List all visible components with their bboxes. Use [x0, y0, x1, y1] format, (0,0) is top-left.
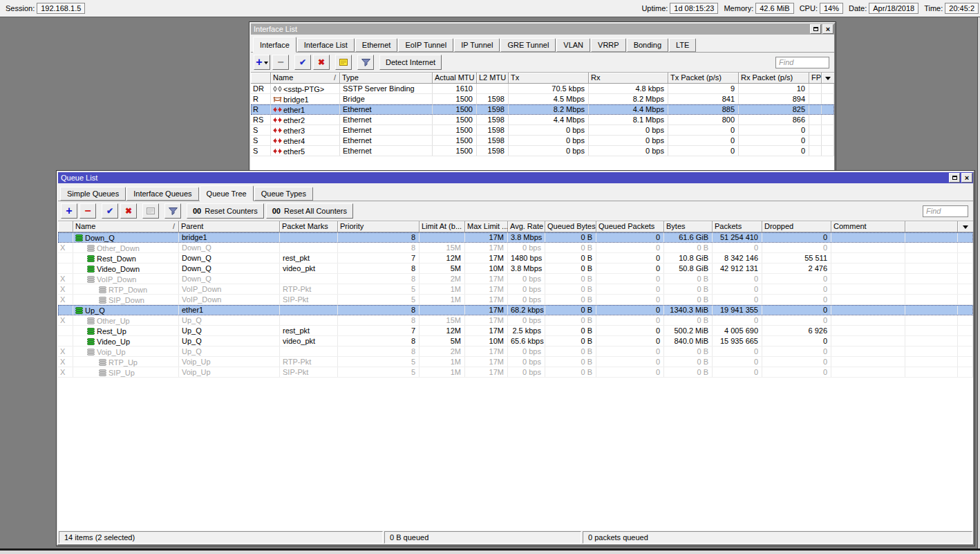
- queue-row[interactable]: X VoIP_Down Down_Q 8 2M 17M 0 bps 0 B 0 …: [58, 274, 973, 284]
- close-button[interactable]: ×: [961, 173, 972, 183]
- reset-all-counters-button[interactable]: 00Reset All Counters: [266, 203, 353, 219]
- interface-row[interactable]: RS ether2 Ethernet 1500 1598 4.4 Mbps 8.…: [251, 115, 834, 125]
- tab[interactable]: Bonding: [627, 38, 668, 52]
- tab[interactable]: EoIP Tunnel: [398, 38, 453, 52]
- tab[interactable]: Interface: [253, 37, 296, 53]
- maximize-button[interactable]: [810, 24, 821, 34]
- column-parent[interactable]: Parent: [179, 221, 280, 232]
- interface-row[interactable]: R bridge1 Bridge 1500 1598 4.5 Mbps 8.2 …: [251, 94, 834, 104]
- spacer-cell: [958, 232, 973, 242]
- queued-bytes: 0 B: [545, 336, 596, 346]
- remove-button[interactable]: −: [79, 203, 96, 219]
- reset-counters-button[interactable]: 00Reset Counters: [187, 203, 264, 219]
- tab[interactable]: VLAN: [556, 38, 590, 52]
- filter-button[interactable]: [164, 203, 181, 219]
- queue-row[interactable]: X Other_Up Up_Q 8 15M 17M 0 bps 0 B 0 0 …: [58, 315, 973, 326]
- filter-button[interactable]: [357, 55, 374, 70]
- column-flags[interactable]: [58, 221, 73, 232]
- interface-list-titlebar[interactable]: Interface List ×: [251, 24, 834, 35]
- interface-type: Ethernet: [340, 104, 433, 114]
- column-tx[interactable]: Tx: [509, 73, 589, 84]
- maximize-button[interactable]: [949, 173, 960, 183]
- interface-row[interactable]: DR <sstp-PTG> SSTP Server Binding 1610 7…: [251, 84, 834, 94]
- fp-cell: [809, 84, 822, 93]
- queued-packets: 0: [596, 284, 664, 294]
- column-rx[interactable]: Rx: [589, 73, 668, 84]
- interface-row[interactable]: S ether4 Ethernet 1500 1598 0 bps 0 bps …: [251, 136, 834, 146]
- queue-row[interactable]: X Other_Down Down_Q 8 15M 17M 0 bps 0 B …: [58, 243, 973, 253]
- close-button[interactable]: ×: [822, 24, 833, 34]
- column-packets[interactable]: Packets: [713, 221, 762, 232]
- column-avg-rate[interactable]: Avg. Rate: [508, 221, 545, 232]
- spacer-cell: [822, 104, 834, 114]
- tab[interactable]: LTE: [669, 38, 696, 52]
- column-dropped[interactable]: Dropped: [762, 221, 831, 232]
- enable-button[interactable]: ✔: [102, 203, 118, 219]
- queue-row[interactable]: X RTP_Down VoIP_Down RTP-Pkt 5 1M 17M 0 …: [58, 284, 973, 295]
- column-limit-at[interactable]: Limit At (b...: [420, 221, 465, 232]
- tab[interactable]: Simple Queues: [60, 187, 126, 201]
- column-queued-packets[interactable]: Queued Packets: [596, 221, 664, 232]
- ethernet-icon: [273, 107, 282, 113]
- column-fp[interactable]: FP: [809, 73, 822, 84]
- tab[interactable]: Interface List: [297, 38, 355, 52]
- tab[interactable]: Queue Types: [254, 187, 313, 201]
- queued-packets: 0: [596, 357, 664, 367]
- avg-rate: 3.8 Mbps: [508, 264, 545, 273]
- column-max-limit[interactable]: Max Limit ...: [465, 221, 508, 232]
- queue-row[interactable]: Video_Down Down_Q video_pkt 8 5M 10M 3.8…: [58, 264, 973, 274]
- interface-row[interactable]: S ether5 Ethernet 1500 1598 0 bps 0 bps …: [251, 146, 834, 156]
- tab[interactable]: GRE Tunnel: [500, 38, 556, 52]
- tab[interactable]: Queue Tree: [200, 185, 254, 201]
- add-button[interactable]: +: [61, 203, 77, 219]
- queue-row[interactable]: X SIP_Down VoIP_Down SIP-Pkt 5 1M 17M 0 …: [58, 295, 973, 305]
- column-bytes[interactable]: Bytes: [664, 221, 713, 232]
- queue-row[interactable]: Rest_Down Down_Q rest_pkt 7 12M 17M 1480…: [58, 253, 973, 264]
- column-options-button[interactable]: [822, 73, 834, 84]
- max-limit: 17M: [465, 357, 508, 367]
- parent: VoIP_Down: [179, 284, 280, 294]
- queue-row[interactable]: Video_Up Up_Q video_pkt 8 5M 10M 65.6 kb…: [58, 336, 973, 347]
- column-priority[interactable]: Priority: [338, 221, 420, 232]
- column-name[interactable]: Name/: [271, 73, 340, 84]
- queue-list-titlebar[interactable]: Queue List ×: [58, 172, 973, 183]
- interface-row[interactable]: S ether3 Ethernet 1500 1598 0 bps 0 bps …: [251, 125, 834, 136]
- queue-row[interactable]: Rest_Up Up_Q rest_pkt 7 12M 17M 2.5 kbps…: [58, 326, 973, 336]
- tab[interactable]: Ethernet: [355, 38, 398, 52]
- chevron-down-icon: [825, 77, 831, 83]
- queue-row[interactable]: Up_Q ether1 8 17M 68.2 kbps 0 B 0 1340.3…: [58, 305, 973, 315]
- find-input[interactable]: [923, 205, 968, 217]
- comment-button[interactable]: [335, 55, 352, 70]
- column-comment[interactable]: Comment: [831, 221, 905, 232]
- comment-button[interactable]: [142, 203, 159, 219]
- add-button[interactable]: +: [254, 55, 270, 70]
- row-flags: X: [58, 284, 73, 294]
- column-queued-bytes[interactable]: Queued Bytes: [545, 221, 596, 232]
- detect-internet-button[interactable]: Detect Internet: [379, 55, 442, 70]
- enable-button[interactable]: ✔: [294, 55, 311, 70]
- queue-row[interactable]: X Voip_Up Up_Q 8 2M 17M 0 bps 0 B 0 0 B …: [58, 347, 973, 357]
- disable-button[interactable]: ✖: [313, 55, 330, 70]
- tab[interactable]: IP Tunnel: [454, 38, 500, 52]
- tab[interactable]: VRRP: [591, 38, 626, 52]
- interface-row[interactable]: R ether1 Ethernet 1500 1598 8.2 Mbps 4.4…: [251, 104, 834, 115]
- column-actual-mtu[interactable]: Actual MTU: [433, 73, 477, 84]
- queue-row[interactable]: Down_Q bridge1 8 17M 3.8 Mbps 0 B 0 61.6…: [58, 232, 973, 243]
- queue-row[interactable]: X SIP_Up Voip_Up SIP-Pkt 5 1M 17M 0 bps …: [58, 367, 973, 378]
- column-name[interactable]: Name/: [73, 221, 179, 232]
- column-tx-packet[interactable]: Tx Packet (p/s): [668, 73, 739, 84]
- find-input[interactable]: [775, 57, 829, 68]
- remove-button[interactable]: −: [272, 55, 289, 70]
- tab[interactable]: Interface Queues: [126, 187, 198, 201]
- column-rx-packet[interactable]: Rx Packet (p/s): [739, 73, 809, 84]
- column-options-button[interactable]: [958, 221, 973, 232]
- row-flags: [58, 326, 73, 335]
- column-l2-mtu[interactable]: L2 MTU: [477, 73, 509, 84]
- column-flags[interactable]: [251, 73, 271, 84]
- column-type[interactable]: Type: [340, 73, 433, 84]
- column-packet-marks[interactable]: Packet Marks: [280, 221, 338, 232]
- disable-button[interactable]: ✖: [120, 203, 137, 219]
- packet-marks: video_pkt: [280, 264, 338, 273]
- queue-row[interactable]: X RTP_Up Voip_Up RTP-Pkt 5 1M 17M 0 bps …: [58, 357, 973, 367]
- comment: [831, 264, 905, 273]
